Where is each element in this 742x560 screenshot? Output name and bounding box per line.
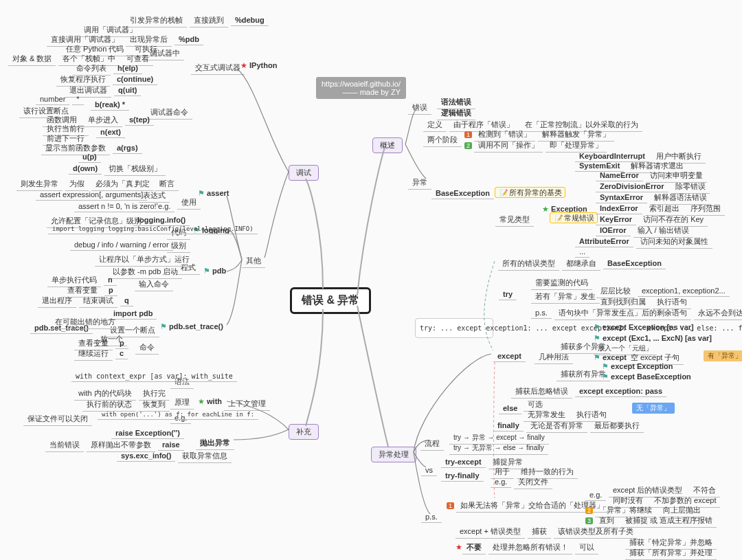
node-pst-c[interactable]: 继续运行c bbox=[74, 347, 131, 361]
node-exc1[interactable]: 📝常规错误 bbox=[550, 213, 598, 223]
node-raise2ab[interactable]: 当前错误原样抛出 bbox=[45, 438, 128, 452]
node-flow2[interactable]: try → 无异常 → else → finally bbox=[449, 442, 551, 455]
node-else[interactable]: else bbox=[499, 403, 524, 414]
code-try-except: try: ... except exception1: ... except e… bbox=[415, 318, 493, 338]
node-raise1[interactable]: raise Exception('') bbox=[111, 427, 187, 439]
node-ipython[interactable]: ★ IPython bbox=[240, 61, 277, 70]
node-err[interactable]: 错误 bbox=[408, 101, 434, 115]
node-ps2[interactable]: p.s. bbox=[421, 511, 445, 523]
node-with-eg1[interactable]: with open('...') as f: for eachLine in f… bbox=[98, 410, 261, 420]
node-assert-eg1[interactable]: assert n != 0, 'n is zero!' bbox=[74, 201, 165, 212]
node-down[interactable]: d(own)切换「栈级别」 bbox=[69, 162, 168, 176]
root-node[interactable]: 错误 & 异常 bbox=[290, 287, 371, 314]
node-buchong[interactable]: 补充 bbox=[289, 424, 319, 440]
node-flow[interactable]: 流程 bbox=[420, 437, 447, 451]
node-all[interactable]: 所有的错误类型都继承自BaseException bbox=[498, 257, 668, 271]
node-base1[interactable]: 📝所有异常的基类 bbox=[495, 188, 565, 198]
node-ea[interactable]: ⚑ except Exception [as var] bbox=[594, 323, 694, 332]
node-except[interactable]: except bbox=[493, 350, 528, 362]
node-v2[interactable]: try-finally bbox=[441, 470, 486, 482]
node-excinfo[interactable]: sys.exc_info()获取异常信息 bbox=[117, 449, 234, 463]
node-with-pri[interactable]: 原理 bbox=[170, 396, 196, 410]
node-ctx[interactable]: 上下文管理 bbox=[224, 397, 273, 411]
node-gaishu[interactable]: 概述 bbox=[372, 137, 403, 153]
node-with-eg2[interactable]: 保证文件可以关闭 bbox=[23, 412, 95, 426]
node-ed[interactable]: ⚑ except Exception bbox=[602, 362, 673, 371]
node-raise[interactable]: 抛出异常 bbox=[196, 436, 237, 450]
node-vs[interactable]: vs bbox=[421, 464, 440, 476]
node-pdb-ps2[interactable]: 以参数 -m pdb 启动 bbox=[109, 265, 185, 279]
node-try[interactable]: try bbox=[499, 289, 519, 300]
node-dot[interactable]: ... bbox=[575, 246, 592, 258]
node-finally[interactable]: finally无论是否有异常最后都要执行 bbox=[493, 419, 647, 433]
node-common[interactable]: 常见类型 bbox=[495, 213, 537, 227]
node-qita[interactable]: 其他 bbox=[242, 254, 268, 268]
node-ef1[interactable]: 捕获后忽略错误except exception: pass bbox=[511, 385, 669, 399]
wm-author: —— made by ZY bbox=[322, 88, 401, 96]
node-ig[interactable]: ★不要处理并忽略所有错误！可以 bbox=[456, 541, 601, 555]
node-pdb-ps1[interactable]: 让程序以「单步方式」运行 bbox=[95, 253, 196, 267]
node-up[interactable]: u(p) bbox=[78, 151, 104, 163]
node-log-code1[interactable]: import logging logging.basicConfig(level… bbox=[48, 224, 260, 234]
tag-you: 有「异常」 bbox=[704, 350, 742, 361]
node-h1e[interactable]: e.g. bbox=[585, 489, 609, 501]
node-debug[interactable]: 引发异常的栈帧直接跳到%debug bbox=[126, 14, 271, 27]
node-pdb-cmd[interactable]: 输入命令 bbox=[135, 278, 176, 291]
node-assert-expr[interactable]: assert expression[, arguments] bbox=[36, 189, 150, 201]
node-pst-cmd[interactable]: 命令 bbox=[135, 341, 161, 355]
node-yichang-proc[interactable]: 异常处理 bbox=[371, 447, 416, 462]
node-pst[interactable]: ⚑ pdb.set_trace() bbox=[160, 322, 223, 331]
node-v2cd[interactable]: e.g.关闭文件 bbox=[491, 475, 555, 489]
node-pdb-q[interactable]: 退出程序结束调试q bbox=[38, 294, 136, 308]
mindmap-canvas: https://woaielf.github.io/ —— made by ZY… bbox=[0, 0, 742, 560]
node-ig4[interactable]: 捕获「所有异常」并处理 bbox=[625, 546, 719, 560]
node-base[interactable]: BaseException bbox=[431, 188, 497, 199]
node-pst-set1[interactable]: 在可能出错的地方 bbox=[51, 315, 122, 329]
node-pdb[interactable]: ⚑ pdb bbox=[203, 267, 226, 276]
node-log-lv1[interactable]: debug / info / warning / error bbox=[70, 239, 176, 251]
node-break1[interactable]: number* bbox=[36, 93, 87, 105]
node-with-syntax1[interactable]: with context_expr [as var]: with_suite bbox=[71, 371, 240, 382]
node-yc[interactable]: 异常 bbox=[408, 176, 434, 190]
node-cap[interactable]: except + 错误类型捕获该错误类型及所有子类 bbox=[456, 525, 640, 539]
node-ae[interactable]: AttributeError访问未知的对象属性 bbox=[575, 235, 715, 249]
node-phase[interactable]: 两个阶段 bbox=[423, 133, 464, 147]
wm-url: https://woaielf.github.io/ bbox=[322, 80, 401, 88]
node-ee[interactable]: ⚑ except BaseException bbox=[602, 372, 691, 381]
node-try2[interactable]: 若有「异常」发生 bbox=[531, 290, 603, 304]
node-try1[interactable]: 需要监测的代码 bbox=[531, 276, 595, 290]
node-break[interactable]: b(reak) * bbox=[91, 99, 132, 111]
tag-wu: 无「异常」 bbox=[632, 403, 675, 414]
node-assert-use[interactable]: 使用 bbox=[177, 196, 203, 210]
watermark: https://woaielf.github.io/ —— made by ZY bbox=[316, 77, 406, 99]
node-try-ps[interactable]: p.s.语句块中「异常发生点」后的剩余语句永远不会到达 bbox=[531, 306, 742, 320]
node-tiaoshi[interactable]: 调试 bbox=[289, 165, 319, 181]
node-交互式调试器[interactable]: 交互式调试器 bbox=[191, 61, 247, 75]
node-next[interactable]: n(ext) bbox=[96, 126, 128, 138]
node-with[interactable]: ★ with bbox=[198, 397, 222, 406]
